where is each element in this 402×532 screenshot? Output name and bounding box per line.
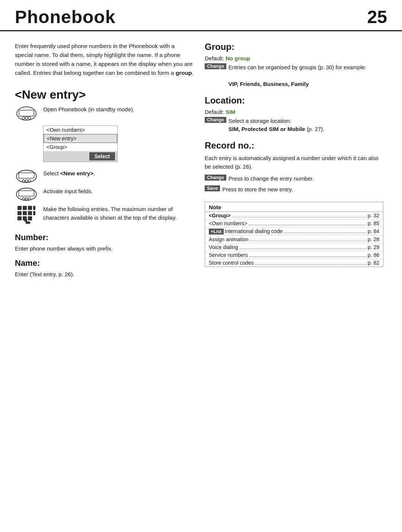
- note-dots-own: [249, 225, 366, 225]
- svg-rect-17: [28, 206, 32, 210]
- note-page-voice: p. 29: [368, 244, 379, 250]
- note-row-control: Store control codes p. 82: [205, 259, 383, 267]
- note-page-group: p. 32: [368, 213, 379, 219]
- number-text: Enter phone number always with prefix.: [15, 245, 194, 252]
- note-label-own: <Own numbers>: [209, 220, 248, 226]
- new-entry-section: <New entry>: [15, 88, 194, 224]
- content-columns: Enter frequently used phone numbers in t…: [0, 31, 402, 294]
- record-section: Record no.: Each entry is automatically …: [205, 140, 383, 194]
- note-dots-list: [284, 233, 366, 233]
- device-icon-2: [15, 169, 38, 184]
- record-text: Each entry is automatically assigned a n…: [205, 154, 383, 171]
- step1-text: Open Phonebook (in standby mode).: [43, 105, 194, 114]
- note-leader-control: Store control codes p. 82: [209, 260, 379, 266]
- group-default-label: Default:: [205, 55, 224, 61]
- note-row-animation: Assign animation p. 28: [205, 236, 383, 243]
- group-change-text: Entries can be organised by groups (p. 3…: [229, 63, 383, 89]
- record-save-text: Press to store the new entry.: [222, 185, 383, 194]
- group-values: VIP, Friends, Business, Family: [229, 81, 309, 87]
- location-page: (p. 27).: [307, 126, 325, 132]
- note-page-service: p. 86: [368, 252, 379, 258]
- note-leader-group: <Group> p. 32: [209, 213, 379, 219]
- svg-point-12: [22, 198, 25, 200]
- group-change-row: Change Entries can be organised by group…: [205, 63, 383, 89]
- keyboard-icon: [15, 205, 38, 224]
- svg-point-7: [22, 180, 25, 182]
- phone-device-3-svg: [15, 187, 38, 201]
- svg-rect-25: [28, 216, 32, 220]
- step2-text: Select <New entry>.: [43, 169, 194, 178]
- menu-item-group: <Group>: [44, 143, 117, 151]
- device-icon-3: [15, 187, 38, 201]
- note-label-animation: Assign animation: [209, 236, 249, 242]
- right-column: Group: Default: No group Change Entries …: [205, 42, 383, 284]
- note-dots-animation: [250, 241, 366, 241]
- location-options: SIM, Protected SIM or Mobile: [229, 126, 305, 132]
- svg-rect-20: [23, 211, 27, 215]
- record-save-row: Save Press to store the new entry.: [205, 185, 383, 194]
- note-row-list: +ListInternational dialing code p. 84: [205, 227, 383, 236]
- step4-row: Make the following entries. The maximum …: [15, 205, 194, 224]
- note-leader-animation: Assign animation p. 28: [209, 236, 379, 242]
- name-heading: Name:: [15, 258, 194, 268]
- note-leader-own: <Own numbers> p. 85: [209, 220, 379, 226]
- note-page-animation: p. 28: [368, 236, 379, 242]
- intro-text: Enter frequently used phone numbers in t…: [15, 42, 194, 77]
- svg-rect-1: [19, 110, 34, 116]
- page-number: 25: [367, 7, 387, 27]
- group-section: Group: Default: No group Change Entries …: [205, 42, 383, 89]
- menu-footer: Select: [44, 151, 117, 162]
- number-heading: Number:: [15, 233, 194, 242]
- svg-rect-21: [28, 211, 32, 215]
- svg-point-10: [16, 188, 36, 201]
- note-row-voice: Voice dialing p. 29: [205, 243, 383, 251]
- svg-rect-26: [24, 218, 26, 222]
- number-section: Number: Enter phone number always with p…: [15, 233, 194, 252]
- left-column: Enter frequently used phone numbers in t…: [15, 42, 194, 284]
- svg-rect-23: [17, 216, 22, 220]
- svg-point-3: [28, 117, 31, 120]
- note-header: Note: [205, 202, 383, 212]
- name-text: Enter (Text entry, p. 26).: [15, 271, 194, 277]
- select-button[interactable]: Select: [89, 152, 115, 160]
- note-row-own: <Own numbers> p. 85: [205, 220, 383, 227]
- note-label-group: <Group>: [209, 213, 230, 219]
- location-heading: Location:: [205, 95, 383, 106]
- name-section: Name: Enter (Text entry, p. 26).: [15, 258, 194, 277]
- svg-point-0: [17, 107, 36, 120]
- note-label-service: Service numbers: [209, 252, 248, 258]
- record-change-badge: Change: [205, 175, 226, 181]
- note-row-group: <Group> p. 32: [205, 212, 383, 220]
- page-title: Phonebook: [15, 7, 115, 27]
- keyboard-svg: [17, 205, 36, 224]
- note-box: Note <Group> p. 32 <Own numbers> p. 85: [205, 202, 383, 267]
- record-save-badge: Save: [205, 185, 220, 191]
- svg-rect-11: [19, 191, 34, 196]
- svg-rect-6: [19, 173, 34, 178]
- location-change-text: Select a storage location: SIM, Protecte…: [229, 117, 383, 134]
- note-leader-voice: Voice dialing p. 29: [209, 244, 379, 250]
- svg-rect-18: [33, 206, 35, 210]
- svg-point-4: [25, 117, 28, 120]
- group-heading: Group:: [205, 42, 383, 52]
- svg-rect-15: [17, 206, 22, 210]
- location-change-badge: Change: [205, 117, 226, 123]
- step2-row: Select <New entry>.: [15, 169, 194, 184]
- device-icon-1: [15, 105, 38, 122]
- note-label-list: +ListInternational dialing code: [209, 228, 283, 235]
- svg-point-2: [22, 117, 25, 120]
- note-dots-voice: [240, 249, 366, 249]
- location-default-label: Default:: [205, 109, 224, 115]
- note-label-control: Store control codes: [209, 260, 254, 266]
- phone-device-svg: [15, 106, 38, 121]
- note-row-service: Service numbers p. 86: [205, 251, 383, 259]
- note-page-own: p. 85: [368, 220, 379, 226]
- svg-rect-22: [33, 211, 35, 215]
- phone-device-2-svg: [15, 169, 38, 184]
- list-badge: +List: [209, 229, 224, 235]
- svg-point-14: [25, 198, 28, 200]
- note-leader-list: +ListInternational dialing code p. 84: [209, 228, 379, 235]
- group-default-value: No group: [226, 55, 251, 61]
- svg-point-8: [28, 180, 31, 182]
- location-default: Default: SIM: [205, 109, 383, 115]
